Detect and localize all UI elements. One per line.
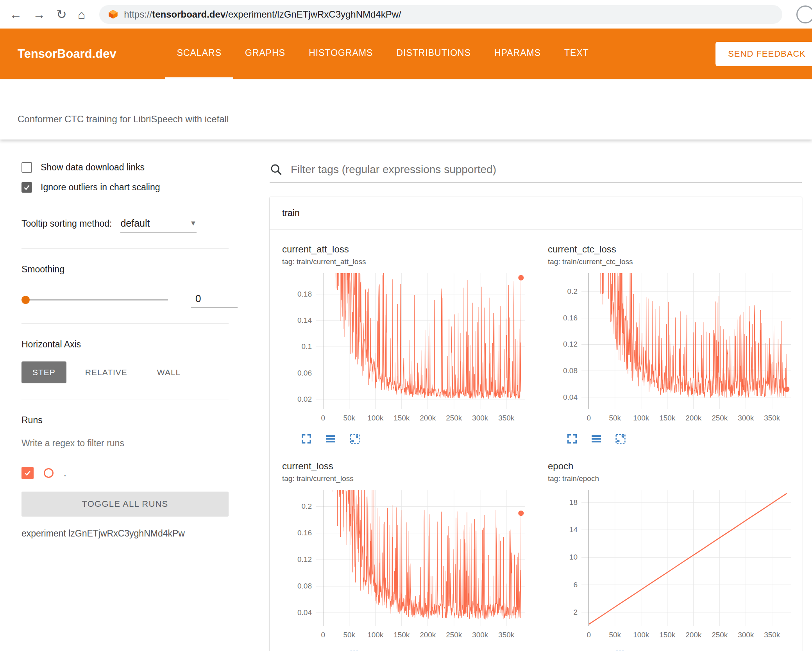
chevron-down-icon: ▼ (190, 219, 197, 227)
toggle-all-runs-button[interactable]: TOGGLE ALL RUNS (21, 492, 229, 517)
smoothing-label: Smoothing (21, 264, 229, 275)
run-color-swatch[interactable] (44, 468, 54, 478)
svg-text:0.04: 0.04 (563, 393, 578, 401)
smoothing-value-input[interactable] (191, 292, 238, 308)
tooltip-sorting-label: Tooltip sorting method: (21, 218, 112, 229)
settings-sidebar: Show data download links Ignore outliers… (0, 140, 250, 651)
divider (21, 323, 229, 324)
svg-text:100k: 100k (367, 631, 384, 639)
runs-list-icon[interactable] (590, 649, 603, 651)
chart-tag: tag: train/current_loss (282, 474, 532, 483)
tooltip-sorting-row: Tooltip sorting method: default ▼ (21, 218, 229, 232)
svg-text:100k: 100k (367, 414, 384, 422)
axis-relative-button[interactable]: RELATIVE (74, 361, 138, 383)
svg-text:250k: 250k (446, 414, 462, 422)
chart-card-current_ctc_loss: current_ctc_loss tag: train/current_ctc_… (540, 238, 806, 445)
svg-text:0.18: 0.18 (297, 290, 312, 298)
svg-text:150k: 150k (393, 631, 410, 639)
chart-canvas-current_ctc_loss[interactable]: 0.040.080.120.160.2050k100k150k200k250k3… (548, 271, 798, 426)
axis-step-button[interactable]: STEP (21, 361, 66, 383)
run-checkbox[interactable] (21, 467, 34, 479)
runs-list-icon[interactable] (324, 649, 337, 651)
url-path: /experiment/lzGnETjwRxC3yghNMd4kPw/ (225, 9, 401, 20)
send-feedback-button[interactable]: SEND FEEDBACK (715, 42, 812, 66)
experiment-description: Conformer CTC training for LibriSpeech w… (18, 114, 229, 125)
browser-reload-icon[interactable]: ↻ (56, 8, 67, 21)
svg-text:50k: 50k (343, 414, 355, 422)
svg-text:0.1: 0.1 (302, 342, 312, 351)
svg-text:10: 10 (569, 553, 578, 561)
tensorboard-favicon (108, 9, 118, 20)
filter-tags-input[interactable] (291, 163, 802, 176)
main-panel: train current_att_loss tag: train/curren… (250, 140, 812, 651)
fit-domain-icon[interactable] (349, 649, 361, 651)
svg-text:150k: 150k (659, 631, 676, 639)
show-download-links-label: Show data download links (41, 162, 145, 173)
chart-toolbar (300, 433, 532, 445)
train-card: train current_att_loss tag: train/curren… (270, 197, 802, 651)
horizontal-axis-label: Horizontal Axis (21, 339, 229, 350)
fit-domain-icon[interactable] (614, 649, 627, 651)
tab-histograms[interactable]: HISTOGRAMS (297, 29, 385, 79)
main-nav: SCALARS GRAPHS HISTOGRAMS DISTRIBUTIONS … (165, 29, 601, 79)
browser-back-icon[interactable]: ← (9, 8, 22, 21)
svg-text:0.14: 0.14 (297, 316, 312, 324)
svg-text:50k: 50k (609, 414, 621, 422)
svg-text:0.08: 0.08 (563, 367, 578, 375)
svg-text:0.2: 0.2 (302, 502, 312, 510)
browser-profile-avatar[interactable] (796, 5, 812, 23)
app-logo[interactable]: TensorBoard.dev (18, 47, 116, 61)
axis-wall-button[interactable]: WALL (146, 361, 191, 383)
browser-forward-icon[interactable]: → (33, 8, 45, 21)
address-bar[interactable]: https://tensorboard.dev/experiment/lzGnE… (99, 5, 782, 24)
show-download-links-checkbox[interactable] (21, 162, 32, 173)
runs-list-icon[interactable] (590, 433, 603, 445)
svg-text:350k: 350k (764, 631, 780, 639)
tooltip-sorting-select[interactable]: default ▼ (120, 218, 197, 232)
svg-text:0: 0 (587, 631, 591, 639)
fit-domain-icon[interactable] (614, 433, 627, 445)
tag-group-title[interactable]: train (270, 197, 802, 230)
svg-text:350k: 350k (764, 414, 780, 422)
svg-text:0.06: 0.06 (297, 369, 312, 377)
svg-text:200k: 200k (420, 631, 436, 639)
chart-canvas-epoch[interactable]: 26101418050k100k150k200k250k300k350k (548, 488, 798, 643)
expand-chart-icon[interactable] (300, 649, 313, 651)
svg-text:350k: 350k (498, 414, 515, 422)
svg-text:300k: 300k (738, 631, 754, 639)
browser-home-icon[interactable]: ⌂ (78, 8, 85, 21)
chart-canvas-current_loss[interactable]: 0.040.080.120.160.2050k100k150k200k250k3… (282, 488, 532, 643)
svg-text:0: 0 (587, 414, 591, 422)
expand-chart-icon[interactable] (300, 433, 313, 445)
url-domain: tensorboard.dev (152, 9, 225, 20)
smoothing-slider-thumb[interactable] (21, 296, 30, 304)
tab-scalars[interactable]: SCALARS (165, 29, 233, 79)
tab-text[interactable]: TEXT (553, 29, 601, 79)
ignore-outliers-checkbox[interactable] (21, 182, 32, 193)
runs-filter-input[interactable] (21, 434, 229, 455)
run-row[interactable]: . (21, 467, 229, 479)
ignore-outliers-row[interactable]: Ignore outliers in chart scaling (21, 182, 229, 193)
fit-domain-icon[interactable] (349, 433, 361, 445)
tab-graphs[interactable]: GRAPHS (233, 29, 297, 79)
show-download-links-row[interactable]: Show data download links (21, 162, 229, 173)
app-header: TensorBoard.dev SCALARS GRAPHS HISTOGRAM… (0, 29, 812, 79)
chart-toolbar (566, 649, 798, 651)
svg-text:150k: 150k (659, 414, 676, 422)
runs-list-icon[interactable] (324, 433, 337, 445)
svg-text:14: 14 (569, 526, 578, 534)
smoothing-slider[interactable] (21, 295, 168, 304)
svg-text:0.2: 0.2 (567, 287, 578, 295)
tab-hparams[interactable]: HPARAMS (483, 29, 553, 79)
svg-text:0: 0 (321, 631, 325, 639)
tab-distributions[interactable]: DISTRIBUTIONS (385, 29, 483, 79)
url-scheme: https:// (124, 9, 152, 20)
chart-plot: 0.040.080.120.160.2050k100k150k200k250k3… (282, 488, 532, 645)
expand-chart-icon[interactable] (566, 433, 578, 445)
expand-chart-icon[interactable] (566, 649, 578, 651)
svg-text:0.16: 0.16 (563, 314, 578, 322)
svg-text:300k: 300k (472, 414, 488, 422)
chart-title: epoch (548, 461, 798, 472)
chart-canvas-current_att_loss[interactable]: 0.020.060.10.140.18050k100k150k200k250k3… (282, 271, 532, 426)
url-text: https://tensorboard.dev/experiment/lzGnE… (124, 9, 401, 20)
